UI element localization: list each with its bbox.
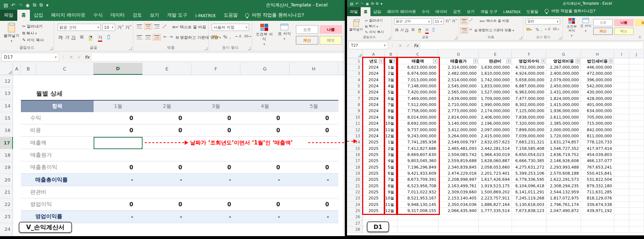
- cell-empty[interactable]: [614, 114, 629, 120]
- cell-empty[interactable]: [614, 89, 629, 96]
- column-header-D[interactable]: D: [94, 63, 143, 75]
- cell-empty[interactable]: [629, 139, 644, 146]
- cell-style-bad[interactable]: 나쁨: [614, 19, 634, 26]
- data-cell-G4[interactable]: 2,079,000,000: [546, 77, 581, 83]
- number-format-select[interactable]: 사용자 지정▾: [212, 24, 249, 31]
- cell-style-calculation[interactable]: 계산: [593, 28, 613, 35]
- number-dialog-launcher[interactable]: [248, 47, 251, 50]
- cell-empty[interactable]: [614, 214, 629, 220]
- data-cell-F14[interactable]: 7,683,231,321: [512, 139, 546, 146]
- data-cell-D18[interactable]: 2,340,839,845: [438, 164, 479, 170]
- cell-empty[interactable]: [614, 146, 629, 152]
- data-cell-H15[interactable]: 417,977,414: [581, 146, 614, 152]
- data-cell-F16[interactable]: 6,650,054,023: [512, 152, 546, 158]
- row-header-2[interactable]: 2: [347, 64, 363, 70]
- data-cell-F9[interactable]: 7,125,000,000: [512, 108, 546, 114]
- cell-empty[interactable]: [614, 170, 629, 176]
- data-cell-H19[interactable]: 550,415,841: [581, 170, 614, 176]
- left-cell-G18[interactable]: [240, 149, 289, 161]
- copy-window-icon[interactable]: ⧉: [40, 2, 43, 8]
- row-header-19[interactable]: 19: [0, 161, 13, 174]
- data-cell-F22[interactable]: 6,141,011,291: [512, 189, 546, 195]
- cell-empty[interactable]: [546, 220, 581, 226]
- data-cell-E21[interactable]: 1,919,523,175: [479, 183, 512, 189]
- row-header-1[interactable]: 1: [347, 58, 363, 64]
- data-cell-G8[interactable]: 1,415,000,000: [546, 102, 581, 108]
- data-cell-D16[interactable]: 2,504,083,742: [438, 152, 479, 158]
- data-cell-F19[interactable]: 5,399,253,106: [512, 170, 546, 176]
- font-dialog-launcher[interactable]: [129, 47, 132, 50]
- data-cell-E22[interactable]: 1,500,869,202: [479, 189, 512, 195]
- enter-icon[interactable]: ✓: [404, 43, 412, 48]
- increase-indent-icon[interactable]: ⇥: [469, 27, 472, 31]
- data-cell-H23[interactable]: 818,129,076: [581, 196, 614, 202]
- data-cell-H5[interactable]: 542,000,000: [581, 83, 614, 89]
- header-cell-법인세비용[interactable]: 법인세비용▾: [581, 58, 614, 64]
- data-cell-G24[interactable]: 2,796,761,174: [546, 202, 581, 208]
- data-cell-F2[interactable]: 4,702,000,000: [512, 64, 546, 70]
- data-cell-E9[interactable]: 2,174,000,000: [479, 108, 512, 114]
- cut-button[interactable]: ✂잘라내기: [365, 18, 383, 23]
- font-size-select[interactable]: 11▾: [433, 18, 444, 24]
- data-cell-H10[interactable]: 705,000,000: [581, 114, 614, 120]
- align-top-icon[interactable]: [137, 24, 142, 28]
- phonetic-guide-icon[interactable]: 내̆: [107, 35, 110, 40]
- cell-empty[interactable]: [614, 58, 629, 64]
- right-tab-t3[interactable]: 페이지 레이아웃: [384, 7, 419, 16]
- cell-empty[interactable]: [614, 71, 629, 77]
- cell-empty[interactable]: [629, 89, 644, 96]
- cut-button[interactable]: ✂잘라내기: [22, 24, 42, 29]
- left-cell-D18[interactable]: [94, 149, 143, 161]
- row-header-22[interactable]: 22: [347, 189, 363, 195]
- data-cell-D23[interactable]: 2,153,140,405: [438, 196, 479, 202]
- column-header-J[interactable]: J: [629, 50, 644, 58]
- filter-dropdown-icon[interactable]: ▾: [541, 59, 545, 63]
- data-cell-E14[interactable]: 2,632,057,623: [479, 139, 512, 146]
- data-cell-H2[interactable]: 446,000,000: [581, 64, 614, 70]
- cell-style-neutral[interactable]: 보통: [635, 19, 644, 26]
- cell-empty[interactable]: [581, 226, 614, 233]
- left-cell-E21[interactable]: [143, 186, 192, 198]
- filter-dropdown-icon[interactable]: ▾: [473, 59, 478, 63]
- right-tab-t5[interactable]: 데이터: [433, 7, 450, 16]
- grow-font-icon[interactable]: 가˄: [445, 19, 451, 24]
- data-cell-G7[interactable]: 1,824,000,000: [546, 96, 581, 102]
- select-all-corner[interactable]: [347, 50, 363, 58]
- insert-function-icon[interactable]: fx: [412, 43, 420, 48]
- left-cell-H23[interactable]: -: [289, 211, 338, 223]
- left-tab-t10[interactable]: 도움말: [220, 10, 242, 21]
- cell-empty[interactable]: [629, 158, 644, 164]
- format-as-table-button[interactable]: 표 서식▾: [580, 18, 592, 33]
- data-cell-G23[interactable]: 1,817,072,975: [546, 196, 581, 202]
- cell-empty[interactable]: [629, 127, 644, 133]
- copy-button[interactable]: ⧉복사▾: [365, 24, 378, 29]
- data-cell-G10[interactable]: 2,611,000,000: [546, 114, 581, 120]
- data-cell-F3[interactable]: 4,924,000,000: [512, 71, 546, 77]
- copy-window-icon[interactable]: ⧉: [376, 1, 378, 6]
- column-header-E[interactable]: E: [479, 50, 512, 58]
- cell-empty[interactable]: [581, 214, 614, 220]
- align-left-icon[interactable]: [137, 35, 142, 39]
- data-cell-F21[interactable]: 6,104,096,418: [512, 183, 546, 189]
- header-cell-영업외수익[interactable]: 영업외수익▾: [512, 58, 546, 64]
- row-header-19[interactable]: 19: [347, 170, 363, 176]
- data-cell-F20[interactable]: 4,779,336,595: [512, 177, 546, 183]
- column-header-G[interactable]: G: [240, 63, 289, 75]
- wrap-text-button[interactable]: ≡↵텍스트 줄 바꿈: [479, 19, 509, 23]
- format-painter-button[interactable]: ✎서식 복사: [22, 37, 44, 43]
- right-tab-t8[interactable]: 개발 도구: [478, 7, 501, 16]
- cell-style-calculation[interactable]: 계산: [296, 36, 318, 45]
- data-cell-H20[interactable]: 531,822,504: [581, 177, 614, 183]
- cell-empty[interactable]: [479, 220, 512, 226]
- number-format-select[interactable]: 일반▾: [526, 18, 560, 24]
- data-cell-D24[interactable]: 2,350,034,036: [438, 202, 479, 208]
- data-cell-F25[interactable]: 7,673,838,123: [512, 208, 546, 214]
- column-header-H[interactable]: H: [581, 50, 614, 58]
- cell-empty[interactable]: [614, 96, 629, 102]
- column-header-G[interactable]: G: [546, 50, 581, 58]
- left-tab-t8[interactable]: 개발 도구: [163, 10, 191, 21]
- left-cell-H18[interactable]: [289, 149, 338, 161]
- name-box[interactable]: T27▾: [348, 42, 388, 49]
- accounting-format-icon[interactable]: ₩▾: [526, 28, 532, 32]
- filter-dropdown-icon[interactable]: ▾: [609, 59, 613, 63]
